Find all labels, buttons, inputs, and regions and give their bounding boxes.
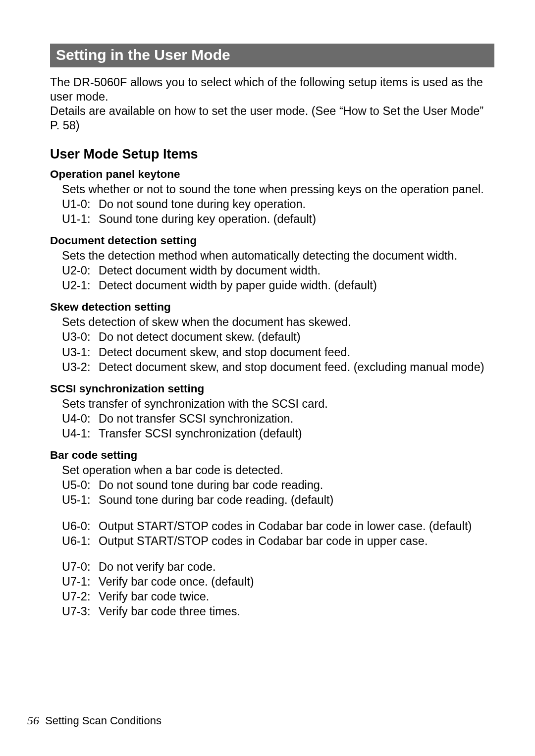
setting-description: Output START/STOP codes in Codabar bar c… (99, 534, 494, 548)
setting-code-line: U5-0:Do not sound tone during bar code r… (62, 478, 494, 492)
setting-description: Verify bar code three times. (99, 604, 494, 619)
setting-code-line: U1-1:Sound tone during key operation. (d… (62, 212, 494, 226)
setting-description: Do not transfer SCSI synchronization. (99, 412, 494, 426)
setting-code-line: U7-2:Verify bar code twice. (62, 590, 494, 604)
section-body: Sets transfer of synchronization with th… (50, 397, 494, 441)
setting-code: U4-1: (62, 427, 99, 441)
setting-code-line: U5-1:Sound tone during bar code reading.… (62, 493, 494, 507)
setting-description: Detect document skew, and stop document … (99, 360, 494, 375)
sections-container: Operation panel keytoneSets whether or n… (50, 168, 494, 619)
setting-description: Sound tone during key operation. (defaul… (99, 212, 494, 226)
setting-description: Sound tone during bar code reading. (def… (99, 493, 494, 507)
main-heading: Setting in the User Mode (50, 44, 494, 67)
section: Operation panel keytoneSets whether or n… (50, 168, 494, 226)
section-description: Sets transfer of synchronization with th… (62, 397, 494, 411)
section-body: Set operation when a bar code is detecte… (50, 463, 494, 619)
setting-description: Output START/STOP codes in Codabar bar c… (99, 519, 494, 534)
setting-code-line: U6-0:Output START/STOP codes in Codabar … (62, 519, 494, 534)
footer-text: Setting Scan Conditions (45, 714, 161, 727)
section-title: SCSI synchronization setting (50, 382, 494, 395)
setting-code: U3-0: (62, 330, 99, 344)
setting-code: U7-3: (62, 604, 99, 619)
section-title: Operation panel keytone (50, 168, 494, 181)
setting-description: Do not sound tone during bar code readin… (99, 478, 494, 492)
setting-code-line: U6-1:Output START/STOP codes in Codabar … (62, 534, 494, 548)
sub-heading: User Mode Setup Items (50, 147, 494, 162)
section-description: Sets the detection method when automatic… (62, 249, 494, 263)
setting-code: U6-1: (62, 534, 99, 548)
setting-description: Verify bar code twice. (99, 590, 494, 604)
section: Bar code settingSet operation when a bar… (50, 449, 494, 619)
setting-code-line: U4-0:Do not transfer SCSI synchronizatio… (62, 412, 494, 426)
group-gap (62, 508, 494, 519)
setting-code: U2-1: (62, 278, 99, 293)
setting-code: U3-2: (62, 360, 99, 375)
setting-code: U5-1: (62, 493, 99, 507)
setting-code: U5-0: (62, 478, 99, 492)
section: SCSI synchronization settingSets transfe… (50, 382, 494, 441)
setting-code-line: U7-3:Verify bar code three times. (62, 604, 494, 619)
section-body: Sets the detection method when automatic… (50, 249, 494, 293)
section: Skew detection settingSets detection of … (50, 301, 494, 375)
setting-description: Detect document width by document width. (99, 264, 494, 278)
setting-code: U1-1: (62, 212, 99, 226)
setting-code: U2-0: (62, 264, 99, 278)
section-body: Sets detection of skew when the document… (50, 315, 494, 375)
setting-description: Detect document skew, and stop document … (99, 345, 494, 360)
setting-code-line: U7-0:Do not verify bar code. (62, 560, 494, 574)
section-title: Skew detection setting (50, 301, 494, 314)
section-body: Sets whether or not to sound the tone wh… (50, 182, 494, 226)
setting-code: U7-1: (62, 575, 99, 589)
page-container: Setting in the User Mode The DR-5060F al… (0, 0, 535, 756)
section-description: Sets whether or not to sound the tone wh… (62, 182, 494, 197)
setting-code-line: U3-2:Detect document skew, and stop docu… (62, 360, 494, 375)
section-description: Set operation when a bar code is detecte… (62, 463, 494, 478)
section-description: Sets detection of skew when the document… (62, 315, 494, 329)
setting-code-line: U1-0:Do not sound tone during key operat… (62, 197, 494, 212)
intro-paragraph: The DR-5060F allows you to select which … (50, 75, 494, 133)
setting-code-line: U3-1:Detect document skew, and stop docu… (62, 345, 494, 360)
setting-description: Detect document width by paper guide wid… (99, 278, 494, 293)
section: Document detection settingSets the detec… (50, 234, 494, 293)
setting-description: Do not sound tone during key operation. (99, 197, 494, 212)
setting-code-line: U2-0:Detect document width by document w… (62, 264, 494, 278)
setting-code-line: U3-0:Do not detect document skew. (defau… (62, 330, 494, 344)
setting-code: U7-2: (62, 590, 99, 604)
section-title: Bar code setting (50, 449, 494, 462)
setting-code: U6-0: (62, 519, 99, 534)
page-number: 56 (27, 714, 39, 727)
setting-code: U4-0: (62, 412, 99, 426)
group-gap (62, 549, 494, 560)
setting-code-line: U7-1:Verify bar code once. (default) (62, 575, 494, 589)
setting-description: Do not detect document skew. (default) (99, 330, 494, 344)
setting-description: Do not verify bar code. (99, 560, 494, 574)
setting-description: Verify bar code once. (default) (99, 575, 494, 589)
setting-description: Transfer SCSI synchronization (default) (99, 427, 494, 441)
setting-code: U1-0: (62, 197, 99, 212)
section-title: Document detection setting (50, 234, 494, 247)
setting-code-line: U4-1:Transfer SCSI synchronization (defa… (62, 427, 494, 441)
setting-code: U3-1: (62, 345, 99, 360)
setting-code-line: U2-1:Detect document width by paper guid… (62, 278, 494, 293)
setting-code: U7-0: (62, 560, 99, 574)
page-footer: 56 Setting Scan Conditions (27, 714, 161, 727)
